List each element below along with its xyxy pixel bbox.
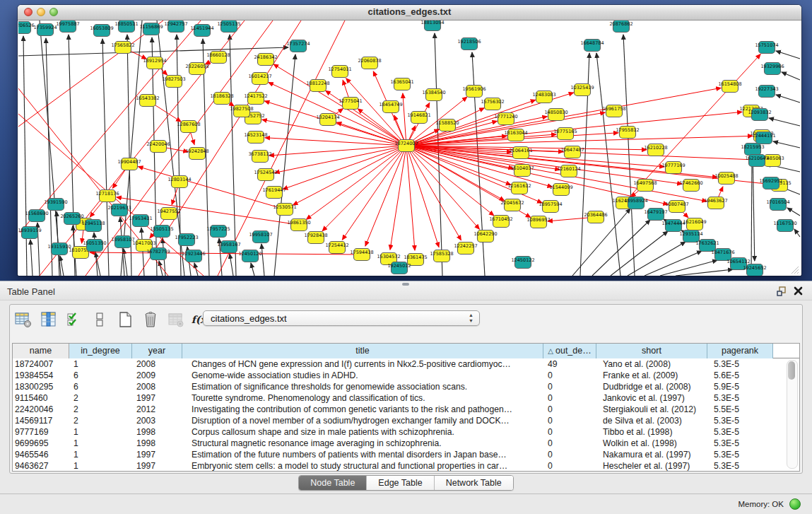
graph-node[interactable]: 21064161	[509, 147, 532, 159]
table-row[interactable]: 1872400712008Changes of HCN gene express…	[13, 358, 799, 370]
table-cell-out_degree[interactable]: 49	[543, 358, 596, 370]
graph-node[interactable]: 11544099	[549, 184, 572, 196]
table-cell-name[interactable]: 9699695	[13, 438, 69, 449]
table-cell-in_degree[interactable]: 2	[69, 404, 132, 415]
graph-node[interactable]: 14523148	[244, 132, 267, 144]
table-row[interactable]: 946362711997Embryonic stem cells: a mode…	[13, 460, 799, 472]
graph-node[interactable]: 16648784	[580, 40, 604, 52]
select-checks-icon[interactable]	[65, 311, 83, 329]
graph-node[interactable]: 13958167	[217, 241, 240, 253]
graph-node[interactable]: 12450120	[238, 250, 261, 262]
table-cell-title[interactable]: Corpus callosum shape and size in male p…	[182, 426, 543, 438]
table-cell-title[interactable]: Disruption of a novel member of a sodium…	[182, 415, 543, 426]
graph-node[interactable]: 19146821	[407, 112, 430, 124]
table-cell-out_degree[interactable]: 0	[543, 426, 596, 438]
graph-node[interactable]: 18775165	[553, 128, 577, 140]
splitter-handle[interactable]	[402, 283, 409, 286]
graph-node[interactable]: 16210228	[644, 144, 667, 156]
graph-node[interactable]: 16014217	[248, 73, 271, 85]
table-cell-year[interactable]: 1998	[132, 438, 182, 449]
table-cell-in_degree[interactable]: 1	[69, 449, 132, 460]
graph-node[interactable]: 16710452	[489, 216, 512, 228]
graph-node[interactable]: 16053809	[90, 25, 113, 37]
table-cell-short[interactable]: Tibbo et al. (1998)	[596, 426, 707, 438]
graph-node[interactable]: 13204174	[316, 114, 339, 126]
graph-node[interactable]: 17619447	[262, 187, 286, 199]
graph-node[interactable]: 19561906	[462, 86, 486, 98]
table-cell-in_degree[interactable]: 6	[69, 370, 132, 381]
table-cell-pagerank[interactable]: 5.5E-5	[707, 404, 773, 415]
graph-node[interactable]: 10896957	[526, 216, 550, 228]
graph-node[interactable]: 20265260	[60, 213, 83, 225]
graph-node[interactable]: 19958107	[249, 231, 272, 243]
table-cell-name[interactable]: 9115460	[13, 392, 69, 404]
graph-node[interactable]: 24186342	[254, 54, 277, 66]
table-cell-name[interactable]: 9777169	[13, 426, 69, 438]
table-cell-in_degree[interactable]: 2	[69, 415, 132, 426]
graph-node[interactable]: 11167530	[773, 220, 796, 232]
vertical-scrollbar[interactable]	[787, 360, 798, 469]
scrollbar-thumb[interactable]	[788, 361, 795, 380]
graph-node[interactable]: 12444151	[752, 132, 775, 144]
memory-status-indicator[interactable]	[789, 498, 801, 510]
graph-node[interactable]: 10325419	[570, 84, 594, 96]
graph-node[interactable]: 16782759	[146, 248, 170, 260]
table-cell-name[interactable]: 18300295	[13, 381, 69, 392]
graph-node[interactable]: 19245012	[387, 262, 411, 274]
table-cell-year[interactable]: 2009	[132, 370, 182, 381]
graph-node[interactable]: 19861350	[287, 219, 310, 231]
graph-node[interactable]: 11451944	[190, 25, 213, 37]
table-cell-short[interactable]: Franke et al. (2009)	[596, 370, 707, 381]
column-header-short[interactable]: short	[596, 344, 707, 358]
table-cell-pagerank[interactable]: 5.3E-5	[707, 358, 773, 370]
table-cell-title[interactable]: Investigating the contribution of common…	[182, 404, 543, 415]
graph-node[interactable]: 10642290	[473, 230, 497, 243]
table-cell-pagerank[interactable]: 5.3E-5	[707, 392, 773, 404]
graph-node[interactable]: 12483083	[532, 91, 555, 103]
table-cell-out_degree[interactable]: 0	[543, 392, 596, 404]
graph-node[interactable]: 17957225	[206, 226, 230, 238]
table-cell-out_degree[interactable]: 0	[543, 449, 596, 460]
graph-node[interactable]: 22420046	[146, 141, 170, 153]
graph-node[interactable]: 12093832	[748, 109, 771, 121]
close-panel-icon[interactable]	[793, 286, 804, 296]
table-row[interactable]: 977716911998Corpus callosum shape and si…	[13, 426, 799, 438]
table-row[interactable]: 1830029562008Estimation of significance …	[13, 381, 799, 392]
column-header-name[interactable]: name	[13, 344, 69, 358]
table-cell-short[interactable]: Jankovic et al. (1997)	[596, 392, 707, 404]
window-resize-grip[interactable]	[789, 264, 799, 274]
graph-node[interactable]: 17462660	[679, 180, 702, 192]
graph-node[interactable]: 19827503	[162, 76, 185, 88]
show-columns-icon[interactable]	[40, 311, 57, 329]
graph-node[interactable]: 12803144	[167, 176, 191, 188]
graph-node[interactable]: 36738112	[248, 151, 271, 163]
table-cell-pagerank[interactable]: 5.3E-5	[707, 460, 773, 472]
graph-node[interactable]: 12530571	[273, 204, 296, 216]
graph-node[interactable]: 12450122	[511, 257, 534, 269]
table-cell-short[interactable]: Wolkin et al. (1998)	[596, 438, 707, 449]
table-row[interactable]: 969969511998Structural magnetic resonanc…	[13, 438, 799, 449]
table-cell-name[interactable]: 9463627	[13, 460, 69, 472]
table-cell-out_degree[interactable]: 0	[543, 438, 596, 449]
table-cell-pagerank[interactable]: 5.3E-5	[707, 449, 773, 460]
stacked-boxes-icon[interactable]	[90, 311, 108, 329]
graph-node[interactable]: 19463627	[704, 197, 727, 209]
graph-node[interactable]: 12754011	[328, 66, 351, 78]
graph-node[interactable]: 12867608	[177, 121, 200, 133]
graph-node[interactable]: 18958924	[624, 197, 647, 209]
graph-node[interactable]: 23226058	[185, 63, 208, 75]
graph-node[interactable]: 19904487	[117, 158, 141, 170]
table-cell-title[interactable]: Tourette syndrome. Phenomenology and cla…	[182, 392, 543, 404]
graph-node[interactable]: 20206526	[18, 22, 35, 34]
graph-node[interactable]: 14850830	[544, 109, 567, 121]
table-cell-title[interactable]: Changes of HCN gene expression and I(f) …	[182, 358, 543, 370]
table-cell-title[interactable]: Embryonic stem cells: a model to study s…	[182, 460, 543, 472]
table-cell-pagerank[interactable]: 5.3E-5	[707, 415, 773, 426]
table-cell-out_degree[interactable]: 0	[543, 460, 596, 472]
table-cell-short[interactable]: Dudbridge et al. (2008)	[596, 381, 707, 392]
table-cell-in_degree[interactable]: 1	[69, 438, 132, 449]
table-cell-out_degree[interactable]: 0	[543, 404, 596, 415]
graph-node[interactable]: 17771240	[494, 113, 517, 125]
graph-node[interactable]: 18813054	[420, 21, 444, 31]
graph-node[interactable]: 16104037	[510, 165, 534, 177]
